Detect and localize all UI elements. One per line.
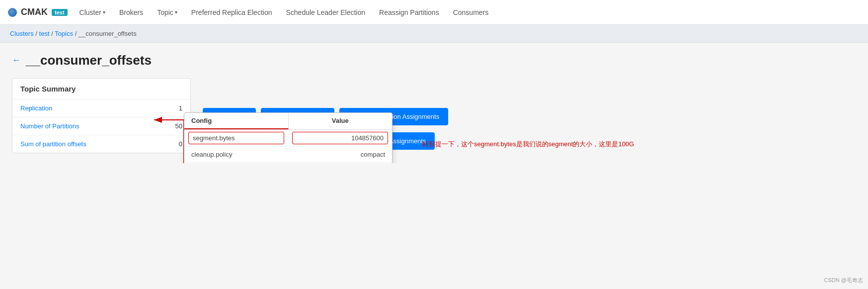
value-col-header: Value <box>289 113 393 129</box>
breadcrumb: Clusters / test / Topics / __consumer_of… <box>0 25 868 43</box>
nav-schedule-leader[interactable]: Schedule Leader Election <box>284 8 367 16</box>
table-row: Number of Partitions 50 <box>12 117 190 135</box>
breadcrumb-current: __consumer_offsets <box>79 30 137 37</box>
page-header: ← __consumer_offsets <box>12 53 856 68</box>
cluster-badge[interactable]: test <box>52 9 68 16</box>
nav-reassign-partitions[interactable]: Reassign Partitions <box>377 8 441 16</box>
chevron-down-icon: ▾ <box>103 9 105 15</box>
table-row: Replication 1 <box>12 99 190 117</box>
brand-name: CMAK <box>21 7 48 17</box>
config-popup-header: Config Value <box>184 113 392 130</box>
breadcrumb-test[interactable]: test <box>39 30 50 37</box>
replication-label: Replication <box>20 104 179 112</box>
topic-summary-card: Topic Summary Replication 1 Number of Pa… <box>12 78 191 153</box>
back-arrow-icon[interactable]: ← <box>12 55 21 66</box>
config-popup: Config Value segment.bytes 104857600 cle… <box>184 112 393 163</box>
nav-brokers[interactable]: Brokers <box>117 8 145 16</box>
config-row-cleanup-policy: cleanup.policy compact <box>184 147 392 163</box>
segment-bytes-value: 104857600 <box>292 132 388 144</box>
sum-offsets-value: 0 <box>179 140 182 148</box>
nav-cluster[interactable]: Cluster ▾ <box>78 8 107 16</box>
cleanup-policy-value: compact <box>288 147 392 162</box>
navbar: CMAK test Cluster ▾ Brokers Topic ▾ Pref… <box>0 0 868 25</box>
brand: CMAK test <box>8 7 68 17</box>
breadcrumb-clusters[interactable]: Clusters <box>10 30 34 37</box>
nav-preferred-replica[interactable]: Preferred Replica Election <box>189 8 274 16</box>
main-content: ← __consumer_offsets Topic Summary Repli… <box>0 43 868 163</box>
sum-offsets-label: Sum of partition offsets <box>20 140 179 148</box>
compression-type-value: producer <box>288 163 392 163</box>
config-row-compression-type: compression.type producer <box>184 163 392 163</box>
page-title: __consumer_offsets <box>26 53 152 68</box>
topic-summary-heading: Topic Summary <box>12 79 190 99</box>
table-row: Sum of partition offsets 0 <box>12 135 190 153</box>
note-1: 特别提一下，这个segment.bytes是我们说的segment的大小，这里是… <box>422 140 634 149</box>
compression-type-key: compression.type <box>184 163 288 163</box>
segment-bytes-key: segment.bytes <box>188 132 284 144</box>
replication-value: 1 <box>179 104 182 112</box>
config-row-segment-bytes: segment.bytes 104857600 <box>184 130 392 147</box>
partitions-label: Number of Partitions <box>20 122 175 130</box>
partitions-value: 50 <box>175 122 182 130</box>
brand-logo <box>8 8 17 17</box>
cleanup-policy-key: cleanup.policy <box>184 147 288 162</box>
nav-topic[interactable]: Topic ▾ <box>155 8 179 16</box>
nav-consumers[interactable]: Consumers <box>451 8 491 16</box>
chevron-down-icon: ▾ <box>175 9 177 15</box>
breadcrumb-topics[interactable]: Topics <box>55 30 73 37</box>
config-col-header: Config <box>184 113 289 129</box>
